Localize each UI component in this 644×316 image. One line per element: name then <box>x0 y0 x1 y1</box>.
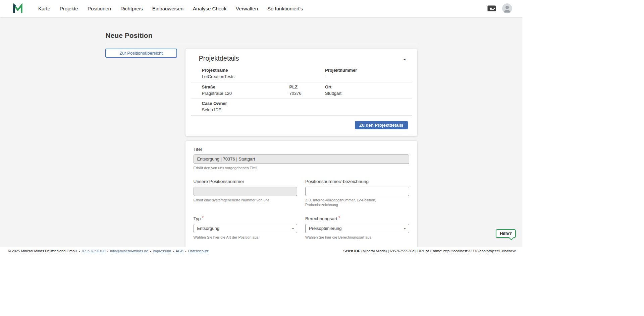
nav-item-positionen[interactable]: Positionen <box>88 6 111 11</box>
strasse-label: Straße <box>202 84 289 90</box>
field-positionsbezeichnung: Positionsnummer/-bezeichnung Z.B. Intern… <box>305 179 409 207</box>
page-title: Neue Position <box>106 31 417 40</box>
main-nav: Karte Projekte Positionen Richtpreis Ein… <box>38 6 303 11</box>
plz-value: 70376 <box>289 91 325 96</box>
top-navbar: Karte Projekte Positionen Richtpreis Ein… <box>0 0 522 17</box>
email-link[interactable]: info@mineral-minds.de <box>110 249 148 253</box>
brand-logo[interactable] <box>12 3 23 14</box>
nav-item-verwalten[interactable]: Verwalten <box>236 6 258 11</box>
typ-select-value: Entsorgung <box>197 226 220 231</box>
field-titel: Titel Erhält den von uns vorgegebenen Ti… <box>194 147 409 170</box>
field-projektname: Projektname LotCreationTests <box>202 68 325 80</box>
field-typ: Typ * Entsorgung ▾ Wählen Sie hier die A… <box>194 216 298 240</box>
project-row-name-number: Projektname LotCreationTests Projektnumm… <box>191 66 412 82</box>
nav-item-so-funktionierts[interactable]: So funktioniert's <box>267 6 303 11</box>
nav-item-analyse-check[interactable]: Analyse Check <box>193 6 226 11</box>
field-unsere-positionsnummer: Unsere Positionsnummer Erhält eine syste… <box>194 179 298 207</box>
phone-link[interactable]: 07151/250100 <box>82 249 105 253</box>
titel-input[interactable] <box>194 154 409 164</box>
footer-left-section: © 2025 Mineral Minds Deutschland GmbH • … <box>8 249 209 253</box>
main-content: Neue Position Zur Positionsübersicht Pro… <box>0 17 522 247</box>
chevron-down-icon: ▾ <box>292 227 294 230</box>
form-row-type: Typ * Entsorgung ▾ Wählen Sie hier die A… <box>194 216 409 240</box>
typ-select[interactable]: Entsorgung ▾ <box>194 224 298 233</box>
project-details-card: Projektdetails - Projektname LotCreation… <box>185 49 417 136</box>
project-card-title: Projektdetails <box>199 55 239 62</box>
nav-item-richtpreis[interactable]: Richtpreis <box>120 6 143 11</box>
collapse-panel-button[interactable]: - <box>401 55 408 62</box>
unsere-positionsnummer-label: Unsere Positionsnummer <box>194 179 298 184</box>
go-to-project-details-button[interactable]: Zu den Projektdetails <box>355 121 408 129</box>
field-berechnungsart: Berechnungsart * Preisoptimierung ▾ Wähl… <box>305 216 409 240</box>
copyright-text: © 2025 Mineral Minds Deutschland GmbH <box>8 249 77 253</box>
typ-label-text: Typ <box>194 216 201 222</box>
required-asterisk: * <box>202 216 204 220</box>
ort-label: Ort <box>325 84 412 90</box>
nav-item-karte[interactable]: Karte <box>38 6 50 11</box>
agb-link[interactable]: AGB <box>176 249 183 253</box>
project-card-header[interactable]: Projektdetails - <box>190 55 413 62</box>
footer-session-info: (Mineral Minds) | 69576255536d | URL of … <box>360 249 516 253</box>
page-container: Neue Position Zur Positionsübersicht Pro… <box>105 17 417 247</box>
positionsbezeichnung-label: Positionsnummer/-bezeichnung <box>305 179 409 184</box>
new-position-form-card: Titel Erhält den von uns vorgegebenen Ti… <box>185 141 417 247</box>
separator: • <box>150 249 151 253</box>
titel-label: Titel <box>194 147 409 152</box>
separator: • <box>107 249 108 253</box>
app-window: Karte Projekte Positionen Richtpreis Ein… <box>0 0 522 255</box>
datenschutz-link[interactable]: Datenschutz <box>188 249 209 253</box>
footer: © 2025 Mineral Minds Deutschland GmbH • … <box>0 247 522 255</box>
keyboard-icon[interactable] <box>487 5 496 11</box>
positionsbezeichnung-input[interactable] <box>305 187 409 196</box>
titel-helper-text: Erhält den von uns vorgegebenen Titel. <box>194 166 409 170</box>
field-strasse: Straße Pragstraße 120 <box>202 84 289 97</box>
project-row-owner: Case Owner Selen IDE <box>191 99 412 116</box>
positionsbezeichnung-helper-text: Z.B. Interne-Vorgangsnummer, LV-Position… <box>305 198 409 207</box>
berechnungsart-helper-text: Wählen Sie hier die Berechnungsart aus. <box>305 235 409 240</box>
right-column: Projektdetails - Projektname LotCreation… <box>185 49 417 247</box>
project-row-address: Straße Pragstraße 120 PLZ 70376 Ort Stut… <box>191 82 412 99</box>
nav-item-projekte[interactable]: Projekte <box>60 6 78 11</box>
field-plz: PLZ 70376 <box>289 84 325 97</box>
field-projektnummer: Projektnummer - <box>325 68 412 80</box>
form-row-numbers: Unsere Positionsnummer Erhält eine syste… <box>194 179 409 207</box>
unsere-positionsnummer-helper-text: Erhält eine systemgenerierte Nummer von … <box>194 198 298 202</box>
user-avatar[interactable] <box>502 3 512 13</box>
plz-label: PLZ <box>289 84 325 90</box>
case-owner-value: Selen IDE <box>202 107 412 113</box>
mineral-minds-logo-icon <box>12 3 23 14</box>
footer-right-section: Selen IDE (Mineral Minds) | 69576255536d… <box>343 249 516 253</box>
back-to-positions-button[interactable]: Zur Positionsübersicht <box>105 49 177 58</box>
separator: • <box>173 249 174 253</box>
content-row: Zur Positionsübersicht Projektdetails - … <box>105 49 417 247</box>
projektnummer-value: - <box>325 74 412 79</box>
footer-user-name: Selen IDE <box>343 249 361 253</box>
ort-value: Stuttgart <box>325 91 412 96</box>
navbar-right-section <box>487 3 512 13</box>
field-case-owner: Case Owner Selen IDE <box>202 101 412 113</box>
projektname-label: Projektname <box>202 68 325 73</box>
projektname-value: LotCreationTests <box>202 74 325 79</box>
nav-item-einbauweisen[interactable]: Einbauweisen <box>152 6 183 11</box>
impressum-link[interactable]: Impressum <box>153 249 171 253</box>
berechnungsart-label-text: Berechnungsart <box>305 216 337 222</box>
field-ort: Ort Stuttgart <box>325 84 412 97</box>
berechnungsart-label: Berechnungsart * <box>305 216 409 222</box>
chevron-down-icon: ▾ <box>404 227 406 230</box>
unsere-positionsnummer-input[interactable] <box>194 187 298 196</box>
separator: • <box>185 249 186 253</box>
left-column: Zur Positionsübersicht <box>105 49 177 58</box>
case-owner-label: Case Owner <box>202 101 412 106</box>
project-card-actions: Zu den Projektdetails <box>190 121 413 129</box>
required-asterisk: * <box>338 216 340 220</box>
typ-helper-text: Wählen Sie hier die Art der Position aus… <box>194 235 298 240</box>
strasse-value: Pragstraße 120 <box>202 91 289 96</box>
berechnungsart-select[interactable]: Preisoptimierung ▾ <box>305 224 409 233</box>
title-divider <box>105 43 417 43</box>
separator: • <box>79 249 80 253</box>
berechnungsart-select-value: Preisoptimierung <box>309 226 342 231</box>
projektnummer-label: Projektnummer <box>325 68 412 73</box>
typ-label: Typ * <box>194 216 298 222</box>
help-button[interactable]: Hilfe? <box>496 229 516 238</box>
